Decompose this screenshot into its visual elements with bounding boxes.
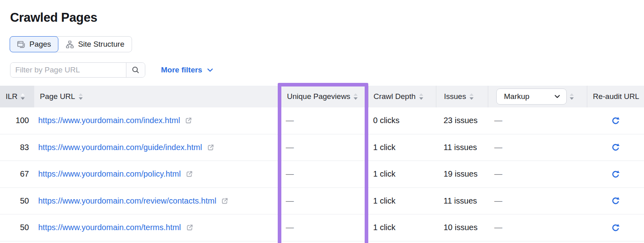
ilr-value: 67 [0,161,34,187]
markup-dropdown[interactable]: Markup [496,89,567,105]
column-header-unique-pageviews[interactable]: Unique Pageviews [278,86,368,107]
ilr-value: 50 [0,188,34,214]
pages-icon [17,40,25,49]
refresh-icon [611,116,620,125]
more-filters-button[interactable]: More filters [161,62,213,78]
view-toggle: Pages Site Structure [10,36,132,52]
open-url-button[interactable] [185,170,194,178]
reaudit-button[interactable] [610,142,621,152]
table-row: 100 https://www.yourdomain.com/index.htm… [0,107,644,134]
tab-pages[interactable]: Pages [10,36,58,52]
refresh-icon [611,223,620,232]
table-row: 67 https://www.yourdomain.com/policy.htm… [0,161,644,188]
chevron-down-icon [555,95,560,98]
external-link-icon [221,198,228,204]
issues-value: 10 issues [436,214,488,241]
crawl-depth-value: 1 click [368,188,436,214]
page-url-link[interactable]: https://www.yourdomain.com/index.html [38,116,180,125]
unique-pageviews-value: — [278,107,368,134]
site-structure-icon [66,40,74,49]
sort-arrows-icon[interactable] [78,93,83,100]
external-link-icon [186,171,193,177]
table-body: 100 https://www.yourdomain.com/index.htm… [0,107,644,241]
search-button[interactable] [126,63,145,77]
open-url-button[interactable] [221,197,229,205]
unique-pageviews-value: — [278,188,368,214]
column-label-crawl-depth: Crawl Depth [374,92,416,101]
tab-pages-label: Pages [29,40,51,49]
markup-value: — [488,107,587,134]
sort-arrows-icon[interactable] [419,93,423,100]
sort-arrows-icon[interactable] [21,93,25,100]
page-title: Crawled Pages [10,10,97,25]
crawl-depth-value: 1 click [368,134,436,161]
table-row: 83 https://www.yourdomain.com/guide/inde… [0,134,644,161]
column-label-ilr: ILR [6,92,18,101]
ilr-value: 100 [0,107,34,134]
column-label-reaudit: Re-audit URL [593,92,639,101]
url-filter [10,62,145,78]
issues-value: 19 issues [436,161,488,187]
ilr-value: 83 [0,134,34,161]
table-header: ILR Page URL Unique Pageviews Crawl Dept… [0,86,644,107]
column-label-issues: Issues [444,92,466,101]
unique-pageviews-value: — [278,134,368,161]
table-row: 50 https://www.yourdomain.com/review/con… [0,188,644,215]
sort-arrows-icon[interactable] [469,93,474,100]
reaudit-button[interactable] [610,169,621,179]
reaudit-button[interactable] [610,115,621,126]
column-header-ilr[interactable]: ILR [0,86,34,107]
external-link-icon [207,144,214,151]
page-url-link[interactable]: https://www.yourdomain.com/policy.html [38,169,181,179]
sort-arrows-icon[interactable] [570,93,574,100]
page-url-link[interactable]: https://www.yourdomain.com/review/contac… [38,196,216,206]
unique-pageviews-value: — [278,161,368,187]
column-header-markup: Markup [488,86,587,107]
refresh-icon [611,196,620,205]
crawled-pages-screen: Crawled Pages Pages Site Structure [0,0,644,243]
markup-value: — [488,188,587,214]
column-label-page-url: Page URL [40,92,75,101]
page-url-link[interactable]: https://www.yourdomain.com/guide/index.h… [38,143,202,152]
unique-pageviews-value: — [278,214,368,241]
issues-value: 23 issues [436,107,488,134]
chevron-down-icon [207,68,213,72]
page-url-link[interactable]: https://www.yourdomain.com/terms.html [38,223,181,232]
markup-value: — [488,161,587,187]
column-label-unique-pageviews: Unique Pageviews [287,92,350,101]
open-url-button[interactable] [186,223,194,232]
crawl-depth-value: 1 click [368,161,436,187]
more-filters-label: More filters [161,66,202,74]
sort-arrows-icon[interactable] [353,93,358,100]
open-url-button[interactable] [184,116,193,125]
crawl-depth-value: 0 clicks [368,107,436,134]
open-url-button[interactable] [206,143,215,152]
external-link-icon [186,224,193,231]
refresh-icon [611,170,620,179]
tab-site-structure[interactable]: Site Structure [58,37,132,52]
crawl-depth-value: 1 click [368,214,436,241]
tab-site-structure-label: Site Structure [78,40,124,49]
column-header-issues[interactable]: Issues [436,86,488,107]
reaudit-button[interactable] [610,196,621,206]
markup-value: — [488,214,587,241]
external-link-icon [185,117,192,124]
url-filter-input[interactable] [10,63,126,77]
issues-value: 11 issues [436,188,488,214]
refresh-icon [611,143,620,152]
reaudit-button[interactable] [610,222,621,233]
column-header-page-url[interactable]: Page URL [34,86,278,107]
column-header-crawl-depth[interactable]: Crawl Depth [368,86,436,107]
markup-value: — [488,134,587,161]
ilr-value: 50 [0,214,34,241]
search-icon [132,66,140,74]
table-row: 50 https://www.yourdomain.com/terms.html… [0,214,644,241]
column-header-reaudit: Re-audit URL [587,86,644,107]
issues-value: 11 issues [436,134,488,161]
markup-dropdown-value: Markup [504,92,529,101]
